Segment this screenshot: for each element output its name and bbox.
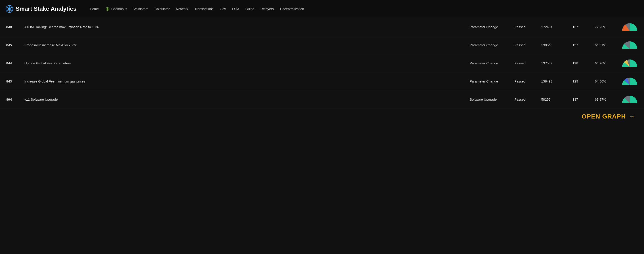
header: Smart Stake Analytics Home ✳️ Cosmos ▼ V… <box>0 0 644 18</box>
nav-calculator[interactable]: Calculator <box>155 7 170 11</box>
app-title: Smart Stake Analytics <box>16 5 76 12</box>
proposal-percent: 72.75% <box>588 18 616 36</box>
proposal-chart <box>616 90 644 108</box>
proposal-percent: 64.31% <box>588 36 616 54</box>
proposal-status: Passed <box>508 36 535 54</box>
open-graph-button[interactable]: OPEN GRAPH → <box>582 113 635 120</box>
half-pie-chart <box>622 77 638 85</box>
logo-area: Smart Stake Analytics <box>5 5 76 13</box>
proposal-percent: 64.26% <box>588 54 616 72</box>
proposal-status: Passed <box>508 72 535 90</box>
chart-container <box>622 41 638 49</box>
proposal-chart <box>616 36 644 54</box>
nav-network[interactable]: Network <box>176 7 188 11</box>
half-pie-chart <box>622 95 638 103</box>
half-pie-chart <box>622 23 638 31</box>
proposal-type: Parameter Change <box>464 36 508 54</box>
table-row[interactable]: 844 Update Global Fee Parameters Paramet… <box>0 54 644 72</box>
half-pie-chart <box>622 59 638 67</box>
proposal-type: Parameter Change <box>464 18 508 36</box>
proposals-table: 848 ATOM Halving: Set the max. Inflation… <box>0 18 644 108</box>
proposal-validators: 137 <box>566 90 588 108</box>
chart-container <box>622 23 638 31</box>
table-row[interactable]: 845 Proposal to increase MaxBlockSize Pa… <box>0 36 644 54</box>
proposal-id: 844 <box>0 54 18 72</box>
proposal-chart <box>616 18 644 36</box>
proposal-title: ATOM Halving: Set the max. Inflation Rat… <box>18 18 464 36</box>
table-row[interactable]: 848 ATOM Halving: Set the max. Inflation… <box>0 18 644 36</box>
proposal-title: Increase Global Fee minimum gas prices <box>18 72 464 90</box>
main-nav: Home ✳️ Cosmos ▼ Validators Calculator N… <box>90 7 304 12</box>
proposal-votes: 137589 <box>535 54 566 72</box>
proposal-percent: 64.50% <box>588 72 616 90</box>
cosmos-star-icon: ✳️ <box>105 7 110 12</box>
proposal-validators: 127 <box>566 36 588 54</box>
open-graph-label: OPEN GRAPH <box>582 113 626 120</box>
logo-icon <box>5 5 14 13</box>
proposal-id: 843 <box>0 72 18 90</box>
proposal-chart <box>616 54 644 72</box>
chart-container <box>622 59 638 67</box>
footer-bar: OPEN GRAPH → <box>0 108 644 125</box>
nav-cosmos[interactable]: ✳️ Cosmos ▼ <box>105 7 127 12</box>
proposal-votes: 172494 <box>535 18 566 36</box>
proposal-votes: 138493 <box>535 72 566 90</box>
proposal-type: Software Upgrade <box>464 90 508 108</box>
proposal-title: Proposal to increase MaxBlockSize <box>18 36 464 54</box>
proposal-id: 845 <box>0 36 18 54</box>
nav-gov[interactable]: Gov <box>220 7 226 11</box>
proposal-title: Update Global Fee Parameters <box>18 54 464 72</box>
chart-container <box>622 77 638 85</box>
nav-transactions[interactable]: Transactions <box>194 7 214 11</box>
nav-cosmos-label: Cosmos <box>111 7 124 11</box>
proposal-id: 804 <box>0 90 18 108</box>
proposal-id: 848 <box>0 18 18 36</box>
proposal-percent: 63.97% <box>588 90 616 108</box>
chevron-down-icon: ▼ <box>125 8 127 10</box>
nav-guide[interactable]: Guide <box>245 7 254 11</box>
nav-relayers[interactable]: Relayers <box>260 7 274 11</box>
proposal-votes: 138545 <box>535 36 566 54</box>
nav-lsm[interactable]: LSM <box>232 7 239 11</box>
table-row[interactable]: 804 v11 Software Upgrade Software Upgrad… <box>0 90 644 108</box>
proposal-validators: 129 <box>566 72 588 90</box>
arrow-icon: → <box>628 113 635 120</box>
proposal-chart <box>616 72 644 90</box>
table-row[interactable]: 843 Increase Global Fee minimum gas pric… <box>0 72 644 90</box>
nav-decentralization[interactable]: Decentralization <box>280 7 304 11</box>
proposal-validators: 137 <box>566 18 588 36</box>
proposal-status: Passed <box>508 18 535 36</box>
proposal-type: Parameter Change <box>464 54 508 72</box>
proposal-type: Parameter Change <box>464 72 508 90</box>
main-content: 848 ATOM Halving: Set the max. Inflation… <box>0 18 644 108</box>
nav-home[interactable]: Home <box>90 7 99 11</box>
nav-validators[interactable]: Validators <box>134 7 148 11</box>
chart-container <box>622 95 638 103</box>
proposal-title: v11 Software Upgrade <box>18 90 464 108</box>
proposal-status: Passed <box>508 90 535 108</box>
half-pie-chart <box>622 41 638 49</box>
proposal-status: Passed <box>508 54 535 72</box>
proposal-votes: 58252 <box>535 90 566 108</box>
proposal-validators: 128 <box>566 54 588 72</box>
